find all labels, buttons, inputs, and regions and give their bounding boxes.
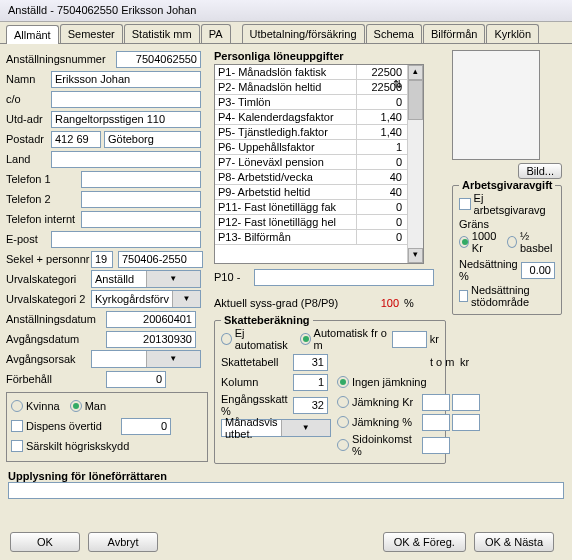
ej-auto-radio[interactable] bbox=[221, 333, 232, 345]
uppl-input[interactable] bbox=[8, 482, 564, 499]
table-row[interactable]: P2- Månadslön heltid22500 bbox=[215, 80, 407, 95]
aktuell-value: 100 bbox=[364, 297, 399, 309]
land-input[interactable] bbox=[51, 151, 201, 168]
tab-kyrklon[interactable]: Kyrklön bbox=[486, 24, 539, 43]
table-row[interactable]: P1- Månadslön faktisk22500 ⇅ bbox=[215, 65, 407, 80]
scroll-up-icon[interactable]: ▴ bbox=[408, 65, 423, 80]
table-row[interactable]: P9- Arbetstid heltid40 bbox=[215, 185, 407, 200]
p10-input[interactable] bbox=[254, 269, 434, 286]
dispens-input[interactable] bbox=[121, 418, 171, 435]
table-row[interactable]: P11- Fast lönetillägg fak0 bbox=[215, 200, 407, 215]
grans-1000-radio[interactable] bbox=[459, 236, 469, 248]
scrollbar[interactable]: ▴ ▾ bbox=[407, 65, 423, 263]
telint-input[interactable] bbox=[81, 211, 201, 228]
dispens-label: Dispens övertid bbox=[26, 420, 121, 432]
namn-input[interactable] bbox=[51, 71, 201, 88]
anstdat-input[interactable] bbox=[106, 311, 196, 328]
ej-auto-label: Ej automatisk bbox=[235, 327, 292, 351]
bild-button[interactable]: Bild... bbox=[518, 163, 562, 179]
ok-nasta-button[interactable]: OK & Nästa bbox=[474, 532, 554, 552]
anst-nr-input[interactable] bbox=[116, 51, 201, 68]
ok-foreg-button[interactable]: OK & Föreg. bbox=[383, 532, 466, 552]
tab-schema[interactable]: Schema bbox=[366, 24, 422, 43]
table-row[interactable]: P4- Kalenderdagsfaktor1,40 bbox=[215, 110, 407, 125]
p-value: 40 bbox=[357, 170, 407, 184]
engang-label: Engångsskatt % bbox=[221, 393, 293, 417]
ej-arbgiv-check[interactable] bbox=[459, 198, 471, 210]
p-value: 0 bbox=[357, 230, 407, 244]
p-value: 0 bbox=[357, 95, 407, 109]
jamkr-radio[interactable] bbox=[337, 396, 349, 408]
postnr-input[interactable] bbox=[51, 131, 101, 148]
kr-label: kr bbox=[430, 333, 439, 345]
sido-tom[interactable] bbox=[422, 437, 450, 454]
scroll-thumb[interactable] bbox=[408, 80, 423, 120]
p-value: 0 bbox=[357, 200, 407, 214]
jamkr-kr[interactable] bbox=[452, 394, 480, 411]
table-row[interactable]: P8- Arbetstid/vecka40 bbox=[215, 170, 407, 185]
auto-label: Automatisk fr o m bbox=[314, 327, 388, 351]
auto-radio[interactable] bbox=[300, 333, 311, 345]
table-row[interactable]: P13- Bilförmån0 bbox=[215, 230, 407, 245]
hogrisk-check[interactable] bbox=[11, 440, 23, 452]
p-label: P12- Fast lönetillägg hel bbox=[215, 215, 357, 229]
epost-input[interactable] bbox=[51, 231, 201, 248]
sekel-input[interactable] bbox=[91, 251, 113, 268]
tab-utbetalning[interactable]: Utbetalning/försäkring bbox=[242, 24, 365, 43]
tel1-input[interactable] bbox=[81, 171, 201, 188]
tab-semester[interactable]: Semester bbox=[60, 24, 123, 43]
table-row[interactable]: P5- Tjänstledigh.faktor1,40 bbox=[215, 125, 407, 140]
ok-button[interactable]: OK bbox=[10, 532, 80, 552]
jampc-radio[interactable] bbox=[337, 416, 349, 428]
p-label: P2- Månadslön heltid bbox=[215, 80, 357, 94]
pnr-input[interactable] bbox=[118, 251, 203, 268]
tabell-input[interactable] bbox=[293, 354, 328, 371]
table-row[interactable]: P12- Fast lönetillägg hel0 bbox=[215, 215, 407, 230]
kolumn-input[interactable] bbox=[293, 374, 328, 391]
ort-input[interactable] bbox=[104, 131, 201, 148]
man-radio[interactable] bbox=[70, 400, 82, 412]
jamkr-tom[interactable] bbox=[422, 394, 450, 411]
dispens-check[interactable] bbox=[11, 420, 23, 432]
co-input[interactable] bbox=[51, 91, 201, 108]
forb-input[interactable] bbox=[106, 371, 166, 388]
tab-statistik[interactable]: Statistik mm bbox=[124, 24, 200, 43]
jamkr-label: Jämkning Kr bbox=[352, 396, 422, 408]
tab-allmant[interactable]: Allmänt bbox=[6, 25, 59, 44]
p-value: 1,40 bbox=[357, 125, 407, 139]
table-row[interactable]: P3- Timlön0 bbox=[215, 95, 407, 110]
chevron-down-icon: ▼ bbox=[172, 291, 200, 307]
utd-input[interactable] bbox=[51, 111, 201, 128]
p-label: P1- Månadslön faktisk bbox=[215, 65, 357, 79]
tel2-label: Telefon 2 bbox=[6, 193, 81, 205]
manad-combo[interactable]: Månadsvis utbet.▼ bbox=[221, 419, 331, 437]
tel2-input[interactable] bbox=[81, 191, 201, 208]
post-label: Postadr bbox=[6, 133, 51, 145]
ingen-radio[interactable] bbox=[337, 376, 349, 388]
p-value: 1,40 bbox=[357, 110, 407, 124]
forb-label: Förbehåll bbox=[6, 373, 106, 385]
engang-input[interactable] bbox=[293, 397, 328, 414]
avgors-combo[interactable]: ▼ bbox=[91, 350, 201, 368]
table-row[interactable]: P6- Uppehållsfaktor1 bbox=[215, 140, 407, 155]
p-value: 0 bbox=[357, 215, 407, 229]
tab-bilforman[interactable]: Bilförmån bbox=[423, 24, 485, 43]
scroll-down-icon[interactable]: ▾ bbox=[408, 248, 423, 263]
kvinna-radio[interactable] bbox=[11, 400, 23, 412]
table-row[interactable]: P7- Löneväxl pension0 bbox=[215, 155, 407, 170]
grans-basbel-radio[interactable] bbox=[507, 236, 517, 248]
sido-label: Sidoinkomst % bbox=[352, 433, 422, 457]
jampc-tom[interactable] bbox=[422, 414, 450, 431]
neds-input[interactable] bbox=[521, 262, 555, 279]
stod-check[interactable] bbox=[459, 290, 468, 302]
auto-from-input[interactable] bbox=[392, 331, 427, 348]
tab-pa[interactable]: PA bbox=[201, 24, 231, 43]
avbryt-button[interactable]: Avbryt bbox=[88, 532, 158, 552]
grans-basbel-label: ½ basbel bbox=[520, 230, 555, 254]
sido-radio[interactable] bbox=[337, 439, 349, 451]
jampc-kr[interactable] bbox=[452, 414, 480, 431]
avgdat-input[interactable] bbox=[106, 331, 196, 348]
urv1-combo[interactable]: Anställd▼ bbox=[91, 270, 201, 288]
urv2-combo[interactable]: Kyrkogårdsförv▼ bbox=[91, 290, 201, 308]
p-label: P4- Kalenderdagsfaktor bbox=[215, 110, 357, 124]
